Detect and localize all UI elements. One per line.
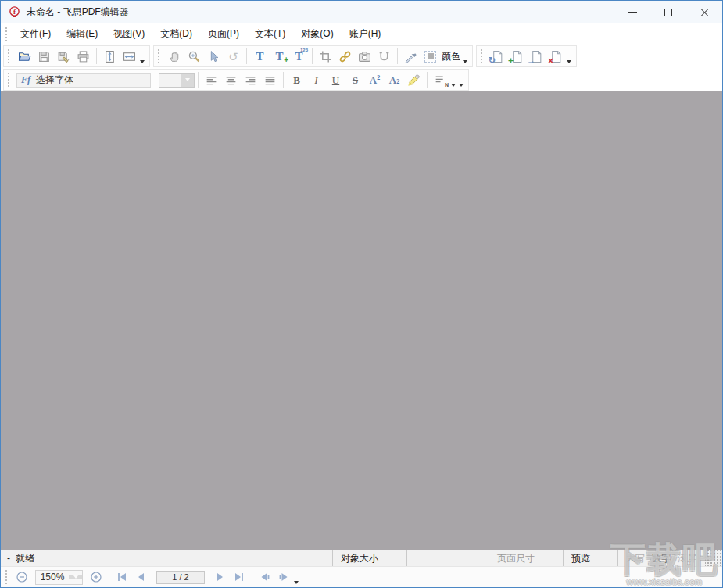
status-spacer-cell bbox=[406, 550, 489, 566]
print-button[interactable] bbox=[73, 47, 93, 66]
close-button[interactable] bbox=[686, 1, 722, 23]
next-page-button[interactable] bbox=[211, 568, 230, 586]
page-toolbar: ↻ + → × bbox=[476, 45, 577, 67]
color-label: 颜色 bbox=[442, 50, 460, 63]
line-spacing-button[interactable]: N bbox=[431, 70, 450, 89]
document-canvas[interactable] bbox=[1, 91, 722, 550]
snapshot-button[interactable] bbox=[355, 47, 374, 66]
toolbar-separator bbox=[246, 48, 247, 64]
add-text-button[interactable]: T + bbox=[270, 47, 289, 66]
align-right-button[interactable] bbox=[241, 70, 260, 89]
menubar-grip[interactable] bbox=[5, 27, 9, 41]
rotate-tool-button[interactable]: ↺ bbox=[224, 47, 243, 66]
font-size-combo[interactable] bbox=[159, 73, 195, 88]
superscript-icon: A2 bbox=[370, 75, 380, 85]
text-tool-icon: T bbox=[256, 51, 263, 63]
zoom-in-button[interactable] bbox=[87, 568, 106, 586]
color-options-button[interactable] bbox=[463, 60, 467, 63]
fit-height-button[interactable] bbox=[100, 47, 120, 66]
navbar-grip[interactable] bbox=[5, 570, 9, 584]
menu-account[interactable]: 账户(H) bbox=[342, 24, 389, 44]
menu-file[interactable]: 文件(F) bbox=[13, 24, 59, 44]
resize-grip[interactable] bbox=[705, 550, 721, 566]
page-toolbar-options-button[interactable] bbox=[567, 60, 571, 63]
status-preview[interactable]: 预览 bbox=[563, 550, 617, 566]
last-page-button[interactable] bbox=[230, 568, 249, 586]
camera-icon bbox=[358, 50, 371, 63]
italic-button[interactable]: I bbox=[306, 70, 326, 89]
menu-edit[interactable]: 编辑(E) bbox=[59, 24, 106, 44]
fit-width-button[interactable] bbox=[120, 47, 139, 66]
toolbar-separator bbox=[312, 48, 313, 64]
open-button[interactable] bbox=[15, 47, 34, 66]
curve-tool-button[interactable] bbox=[374, 47, 394, 66]
underline-button[interactable]: U bbox=[326, 70, 345, 89]
zoom-level-combo[interactable]: 150% bbox=[35, 570, 83, 585]
zoom-level-dropdown-button[interactable] bbox=[69, 575, 82, 579]
file-toolbar bbox=[3, 45, 150, 67]
save-as-button[interactable] bbox=[54, 47, 73, 66]
menu-object[interactable]: 对象(O) bbox=[293, 24, 341, 44]
file-toolbar-grip[interactable] bbox=[8, 49, 12, 63]
hand-tool-button[interactable] bbox=[165, 47, 184, 66]
color-picker-button[interactable] bbox=[421, 47, 440, 66]
page-toolbar-grip[interactable] bbox=[481, 49, 485, 63]
menu-page[interactable]: 页面(P) bbox=[200, 24, 247, 44]
curve-icon bbox=[378, 50, 391, 63]
format-toolbar-options-button[interactable] bbox=[459, 84, 464, 87]
toolbar-separator bbox=[283, 72, 284, 88]
format-toolbar-grip[interactable] bbox=[8, 73, 12, 87]
extract-page-button[interactable]: → bbox=[527, 47, 546, 66]
navbar-options-button[interactable] bbox=[294, 581, 299, 584]
strikethrough-icon: S bbox=[353, 75, 358, 85]
delete-page-button[interactable]: × bbox=[546, 47, 566, 66]
minimize-icon bbox=[628, 12, 637, 13]
page-indicator-field[interactable]: 1 / 2 bbox=[156, 571, 205, 584]
highlight-button[interactable] bbox=[404, 70, 424, 89]
first-page-icon bbox=[116, 571, 128, 583]
align-center-button[interactable] bbox=[221, 70, 241, 89]
line-spacing-dropdown-button[interactable] bbox=[451, 84, 456, 87]
crop-tool-button[interactable] bbox=[316, 47, 335, 66]
select-tool-button[interactable] bbox=[204, 47, 224, 66]
file-toolbar-options-button[interactable] bbox=[140, 60, 145, 63]
previous-view-button[interactable] bbox=[256, 568, 274, 586]
minimize-button[interactable] bbox=[614, 1, 650, 23]
align-left-button[interactable] bbox=[202, 70, 221, 89]
save-button[interactable] bbox=[34, 47, 54, 66]
link-tool-button[interactable] bbox=[335, 47, 355, 66]
replace-page-button[interactable]: ↻ bbox=[488, 47, 507, 66]
bold-button[interactable]: B bbox=[287, 70, 306, 89]
num-lock-indicator: 数字 bbox=[652, 552, 671, 565]
cursor-arrow-icon bbox=[207, 50, 220, 63]
menu-document[interactable]: 文档(D) bbox=[152, 24, 200, 44]
font-family-combo[interactable]: Ff 选择字体 bbox=[16, 73, 151, 88]
maximize-button[interactable] bbox=[650, 1, 686, 23]
menu-view[interactable]: 视图(V) bbox=[106, 24, 152, 44]
tools-toolbar-grip[interactable] bbox=[158, 49, 162, 63]
delete-badge-icon: × bbox=[548, 56, 553, 66]
zoom-tool-button[interactable] bbox=[184, 47, 204, 66]
line-spacing-mark: N bbox=[445, 82, 449, 88]
align-right-icon bbox=[244, 74, 257, 87]
superscript-button[interactable]: A2 bbox=[365, 70, 385, 89]
app-logo-icon: f bbox=[8, 5, 21, 19]
strikethrough-button[interactable]: S bbox=[345, 70, 365, 89]
menu-text[interactable]: 文本(T) bbox=[247, 24, 293, 44]
hand-icon bbox=[168, 50, 181, 63]
text-tool-button[interactable]: T bbox=[250, 47, 270, 66]
font-size-dropdown-button[interactable] bbox=[181, 74, 194, 87]
zoom-out-button[interactable] bbox=[13, 568, 31, 586]
next-view-button[interactable] bbox=[274, 568, 293, 586]
align-justify-button[interactable] bbox=[260, 70, 280, 89]
align-justify-icon bbox=[263, 74, 277, 87]
previous-page-button[interactable] bbox=[131, 568, 150, 586]
first-page-button[interactable] bbox=[113, 568, 131, 586]
eyedropper-button[interactable] bbox=[401, 47, 421, 66]
maximize-icon bbox=[664, 9, 672, 16]
toolbar-separator bbox=[96, 48, 97, 64]
status-ready-text: 就绪 bbox=[16, 552, 34, 565]
insert-page-button[interactable]: + bbox=[507, 47, 527, 66]
numbering-text-button[interactable]: T 123 bbox=[289, 47, 309, 66]
subscript-button[interactable]: A2 bbox=[385, 70, 404, 89]
